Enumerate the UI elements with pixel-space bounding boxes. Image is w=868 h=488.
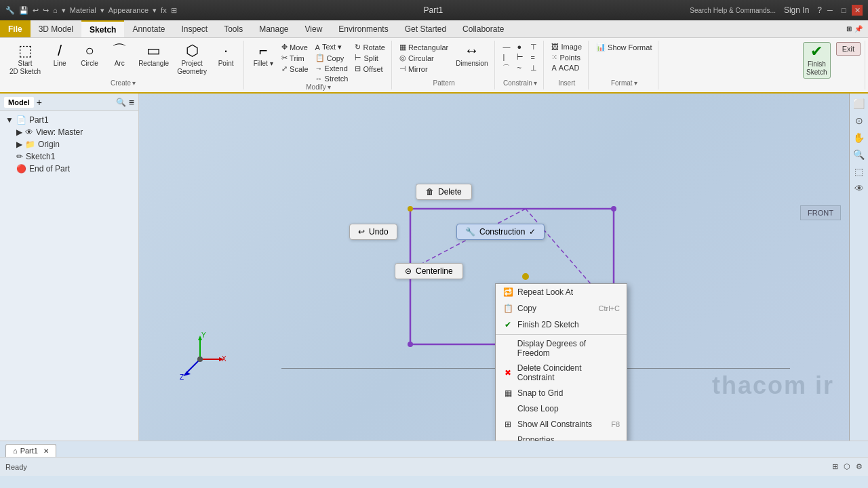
rt-orbit-btn[interactable]: ⊙ bbox=[852, 113, 867, 128]
undo-float-btn[interactable]: ↩ Undo bbox=[349, 224, 397, 240]
tab-view[interactable]: View bbox=[297, 20, 331, 37]
appearance-dropdown[interactable]: ▾ bbox=[153, 6, 157, 15]
horiz-constraint-btn[interactable]: ― bbox=[500, 42, 512, 52]
modify-items: ⌐ Fillet ▾ ✥Move ✂Trim ⤢Scale bbox=[250, 42, 387, 83]
tree-sketch1[interactable]: ✏ Sketch1 bbox=[14, 150, 136, 163]
qa-undo[interactable]: ↩ bbox=[33, 6, 39, 15]
rt-zoom-window-btn[interactable]: ⬚ bbox=[852, 164, 867, 179]
tab-tools[interactable]: Tools bbox=[216, 20, 251, 37]
exit-btn[interactable]: Exit bbox=[836, 42, 861, 56]
panel-menu-btn[interactable]: ≡ bbox=[129, 97, 134, 108]
status-settings-btn[interactable]: ⚙ bbox=[856, 462, 863, 471]
tab-collaborate[interactable]: Collaborate bbox=[454, 20, 512, 37]
qa-home[interactable]: ⌂ bbox=[53, 6, 58, 14]
param-btn[interactable]: ⊞ bbox=[171, 6, 177, 15]
move-btn[interactable]: ✥Move bbox=[279, 42, 311, 52]
project-geometry-btn[interactable]: ⬡ ProjectGeometry bbox=[174, 42, 210, 77]
panel-expand-btn[interactable]: ⊞ bbox=[846, 25, 852, 33]
ctx-finish-2d[interactable]: ✔ Finish 2D Sketch bbox=[496, 317, 627, 333]
tree-origin[interactable]: ▶ 📁 Origin bbox=[14, 138, 136, 150]
image-btn[interactable]: 🖼Image bbox=[549, 42, 584, 52]
tree-viewmaster[interactable]: ▶ 👁 View: Master bbox=[14, 126, 136, 138]
rt-expand-btn[interactable]: ⬜ bbox=[852, 96, 867, 111]
smooth-constraint-btn[interactable]: ~ bbox=[515, 63, 526, 73]
maximize-btn[interactable]: □ bbox=[838, 5, 849, 16]
status-grid-btn[interactable]: ⊞ bbox=[832, 462, 838, 471]
vert-constraint-btn[interactable]: | bbox=[500, 52, 512, 62]
qa-redo[interactable]: ↪ bbox=[43, 6, 49, 15]
start-2d-sketch-btn[interactable]: ⬚ Start2D Sketch bbox=[7, 42, 43, 77]
rt-zoom-btn[interactable]: 🔍 bbox=[852, 147, 867, 162]
rectangle-btn[interactable]: ▭ Rectangle bbox=[136, 42, 172, 69]
close-tab-btn[interactable]: ✕ bbox=[43, 447, 49, 455]
circular-btn[interactable]: ◎Circular bbox=[397, 53, 450, 63]
line-btn[interactable]: / Line bbox=[46, 42, 73, 69]
text-btn[interactable]: AText ▾ bbox=[313, 42, 351, 52]
close-btn[interactable]: ✕ bbox=[852, 5, 863, 16]
help-btn[interactable]: ? bbox=[817, 5, 822, 15]
show-format-btn[interactable]: 📊Show Format bbox=[594, 42, 654, 52]
tab-file[interactable]: File bbox=[0, 20, 31, 37]
extend-btn[interactable]: →Extend bbox=[313, 64, 351, 73]
ctx-repeat-lookat[interactable]: 🔁 Repeat Look At bbox=[496, 284, 627, 300]
coincident-constraint-btn[interactable]: ● bbox=[515, 42, 526, 52]
ctx-display-dof[interactable]: Display Degrees of Freedom bbox=[496, 336, 627, 361]
ctx-close-loop[interactable]: Close Loop bbox=[496, 401, 627, 416]
fix-constraint-btn[interactable]: ⊥ bbox=[528, 63, 539, 73]
minimize-btn[interactable]: ─ bbox=[825, 5, 835, 16]
tab-inspect[interactable]: Inspect bbox=[173, 20, 216, 37]
stretch-btn[interactable]: ↔Stretch bbox=[313, 74, 351, 83]
collinear-constraint-btn[interactable]: ⊢ bbox=[515, 52, 526, 62]
material-dropdown[interactable]: ▾ bbox=[100, 6, 104, 15]
ctx-show-all-constraints[interactable]: ⊞ Show All Constraints F8 bbox=[496, 416, 627, 432]
svg-text:Y: Y bbox=[201, 332, 206, 339]
qa-dropdown[interactable]: ▾ bbox=[62, 6, 66, 15]
tab-annotate[interactable]: Annotate bbox=[124, 20, 173, 37]
signin-btn[interactable]: Sign In bbox=[784, 5, 809, 15]
finish-sketch-btn[interactable]: ✔ FinishSketch bbox=[803, 42, 831, 79]
ctx-copy[interactable]: 📋 Copy Ctrl+C bbox=[496, 300, 627, 317]
ctx-snap-grid[interactable]: ▦ Snap to Grid bbox=[496, 385, 627, 401]
symmetric-constraint-btn[interactable]: ⊤ bbox=[528, 42, 539, 52]
mirror-btn[interactable]: ⊣Mirror bbox=[397, 64, 450, 74]
rectangular-btn[interactable]: ▦Rectangular bbox=[397, 42, 450, 52]
tab-getstarted[interactable]: Get Started bbox=[397, 20, 454, 37]
trim-btn[interactable]: ✂Trim bbox=[279, 53, 311, 63]
canvas-area[interactable]: 🗑 Delete ↩ Undo 🔧 Construction ✓ ⊝ Cente… bbox=[139, 94, 868, 441]
dimension-btn[interactable]: ↔ Dimension bbox=[453, 42, 490, 69]
copy-btn[interactable]: 📋Copy bbox=[313, 53, 351, 63]
tree-endofpart[interactable]: 🔴 End of Part bbox=[14, 163, 136, 175]
qa-save[interactable]: 💾 bbox=[19, 6, 28, 15]
offset-btn[interactable]: ⊟Offset bbox=[353, 64, 387, 74]
acad-btn[interactable]: AACAD bbox=[549, 63, 584, 73]
rotate-btn[interactable]: ↻Rotate bbox=[353, 42, 387, 52]
split-btn[interactable]: ⊢Split bbox=[353, 53, 387, 63]
point-btn[interactable]: · Point bbox=[212, 42, 239, 69]
rt-lookfrom-btn[interactable]: 👁 bbox=[852, 181, 867, 196]
scale-btn[interactable]: ⤢Scale bbox=[279, 64, 311, 74]
arc-btn[interactable]: ⌒ Arc bbox=[106, 42, 133, 69]
tab-manage[interactable]: Manage bbox=[251, 20, 296, 37]
panel-search-btn[interactable]: 🔍 bbox=[116, 98, 126, 107]
ctx-delete-coincident[interactable]: ✖ Delete Coincident Constraint bbox=[496, 361, 627, 385]
construction-float-btn[interactable]: 🔧 Construction ✓ bbox=[456, 224, 545, 240]
tree-part1[interactable]: ▼ 📄 Part1 bbox=[3, 114, 136, 126]
tab-sketch[interactable]: Sketch bbox=[81, 20, 124, 37]
tab-environments[interactable]: Environments bbox=[330, 20, 396, 37]
model-tab[interactable]: Model bbox=[4, 97, 34, 108]
status-model-btn[interactable]: ⬡ bbox=[844, 462, 850, 471]
add-tab-btn[interactable]: + bbox=[37, 97, 42, 108]
delete-float-btn[interactable]: 🗑 Delete bbox=[416, 184, 472, 200]
rt-pan-btn[interactable]: ✋ bbox=[852, 130, 867, 145]
tab-3dmodel[interactable]: 3D Model bbox=[31, 20, 81, 37]
circle-btn[interactable]: ○ Circle bbox=[76, 42, 103, 69]
panel-pin-btn[interactable]: 📌 bbox=[854, 25, 863, 33]
fillet-btn[interactable]: ⌐ Fillet ▾ bbox=[250, 42, 277, 69]
points-btn[interactable]: ⁙Points bbox=[549, 52, 584, 62]
ctx-properties[interactable]: Properties... bbox=[496, 432, 627, 441]
tangent-constraint-btn[interactable]: ⌒ bbox=[500, 62, 512, 74]
part1-tab[interactable]: ⌂ Part1 ✕ bbox=[5, 444, 56, 457]
equal-constraint-btn[interactable]: = bbox=[528, 53, 539, 62]
fx-btn[interactable]: fx bbox=[161, 6, 167, 14]
centerline-float-btn[interactable]: ⊝ Centerline bbox=[395, 263, 463, 279]
